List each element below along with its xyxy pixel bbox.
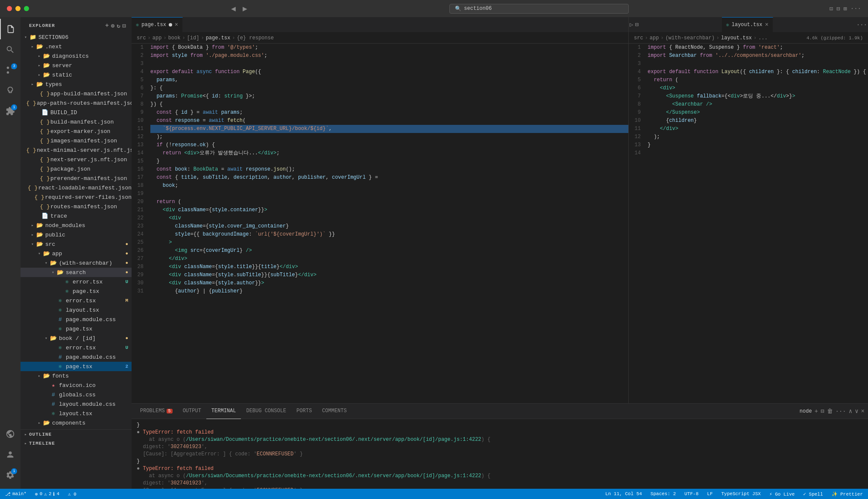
tab-terminal[interactable]: TERMINAL bbox=[206, 404, 241, 419]
account-activity-icon[interactable] bbox=[0, 444, 21, 465]
play-button[interactable]: ▷ bbox=[629, 20, 634, 29]
tree-item-components[interactable]: ▸ 📂 components bbox=[21, 418, 132, 428]
status-spaces[interactable]: Spaces: 2 bbox=[649, 489, 677, 499]
tree-item-with-searchbar[interactable]: ▾ 📂 (with-searchbar) ● bbox=[21, 258, 132, 268]
more-terminal-icon[interactable]: ··· bbox=[836, 408, 846, 415]
tab-page-tsx[interactable]: ⚛ page.tsx × bbox=[132, 17, 183, 32]
tree-item-next-minimal[interactable]: ▸ { } next-minimal-server.js.nft.json bbox=[21, 145, 132, 155]
add-terminal-icon[interactable]: + bbox=[815, 408, 818, 415]
status-encoding[interactable]: UTF-8 bbox=[683, 489, 700, 499]
status-errors[interactable]: ⊗ 0 ⚠ 2 ℹ 4 bbox=[33, 489, 61, 499]
tree-item-bookid-css[interactable]: ▸ # page.module.css bbox=[21, 352, 132, 362]
tab-debug-console[interactable]: DEBUG CONSOLE bbox=[241, 404, 291, 419]
new-file-icon[interactable]: + bbox=[105, 22, 109, 30]
layout-icon[interactable]: ⊡ bbox=[829, 5, 833, 12]
tree-item-react-loadable[interactable]: ▸ { } react-loadable-manifest.json bbox=[21, 183, 132, 192]
nav-forward-button[interactable]: ▶ bbox=[241, 4, 249, 13]
tree-item-with-searchbar-css[interactable]: ▸ # page.module.css bbox=[21, 315, 132, 324]
tree-item-types[interactable]: ▸ 📂 types bbox=[21, 80, 132, 89]
tab-layout-tsx[interactable]: ⚛ layout.tsx × bbox=[722, 17, 774, 32]
git-activity-icon[interactable]: 3 bbox=[0, 60, 21, 80]
status-position[interactable]: Ln 11, Col 54 bbox=[604, 489, 644, 499]
tree-item-next-server[interactable]: ▸ { } next-server.js.nft.json bbox=[21, 155, 132, 164]
panel-icon[interactable]: ⊞ bbox=[843, 5, 847, 12]
tree-item-buildid[interactable]: ▸ 📄 BUILD_ID bbox=[21, 108, 132, 117]
tree-item-with-searchbar-page[interactable]: ▸ ⚛ page.tsx bbox=[21, 324, 132, 334]
tree-item-src[interactable]: ▾ 📂 src ● bbox=[21, 239, 132, 249]
status-golive[interactable]: ⚡ Go Live bbox=[768, 489, 796, 499]
tab-close-icon[interactable]: × bbox=[175, 21, 178, 28]
maximize-button[interactable] bbox=[24, 6, 29, 11]
tree-item-with-searchbar-layout[interactable]: ▸ ⚛ layout.tsx bbox=[21, 305, 132, 315]
tree-item-globals[interactable]: ▸ # globals.css bbox=[21, 390, 132, 399]
code-content-right[interactable]: 12345 678910 11121314 import { ReactNode… bbox=[629, 44, 868, 403]
search-activity-icon[interactable] bbox=[0, 39, 21, 60]
tree-item-favicon[interactable]: ▸ ★ favicon.ico bbox=[21, 381, 132, 390]
minimize-button[interactable] bbox=[15, 6, 21, 11]
tree-item-public[interactable]: ▸ 📂 public bbox=[21, 230, 132, 239]
tree-root-section06[interactable]: ▾ 📁 SECTION06 bbox=[21, 32, 132, 42]
timeline-section[interactable]: ▸ TIMELINE bbox=[21, 439, 132, 448]
status-prettier[interactable]: ✨ Prettier bbox=[830, 489, 865, 499]
close-button[interactable] bbox=[7, 6, 12, 11]
tree-item-app[interactable]: ▾ 📂 app ● bbox=[21, 249, 132, 258]
settings-activity-icon[interactable]: 1 bbox=[0, 465, 21, 485]
tree-item-app-paths[interactable]: ▸ { } app-paths-routes-manifest.json bbox=[21, 98, 132, 108]
tree-item-search[interactable]: ▾ 📂 search ● bbox=[21, 268, 132, 277]
tree-item-images-manifest[interactable]: ▸ { } images-manifest.json bbox=[21, 136, 132, 145]
tree-item-package[interactable]: ▸ { } package.json bbox=[21, 164, 132, 174]
collapse-icon[interactable]: ⊟ bbox=[123, 22, 126, 30]
tab-close-icon[interactable]: × bbox=[765, 21, 768, 28]
tree-item-app-layout[interactable]: ▸ ⚛ layout.tsx bbox=[21, 409, 132, 418]
status-language[interactable]: TypeScript JSX bbox=[719, 489, 762, 499]
tab-output[interactable]: OUTPUT bbox=[178, 404, 206, 419]
tree-item-search-page[interactable]: ▸ ⚛ page.tsx bbox=[21, 286, 132, 296]
tree-item-trace[interactable]: ▸ 📄 trace bbox=[21, 211, 132, 221]
trash-icon[interactable]: 🗑 bbox=[827, 408, 833, 415]
tree-item-buildmanifest[interactable]: ▸ { } build-manifest.json bbox=[21, 117, 132, 127]
tab-comments[interactable]: COMMENTS bbox=[317, 404, 352, 419]
new-folder-icon[interactable]: ⊕ bbox=[111, 22, 115, 30]
refresh-icon[interactable]: ↻ bbox=[117, 22, 120, 30]
tree-item-bookid-page[interactable]: ▸ ⚛ page.tsx 2 bbox=[21, 362, 132, 371]
tree-item-prerender[interactable]: ▸ { } prerender-manifest.json bbox=[21, 174, 132, 183]
split-icon[interactable]: ⊟ bbox=[836, 5, 840, 12]
tree-item-with-searchbar-error[interactable]: ▸ ⚛ error.tsx M bbox=[21, 296, 132, 305]
explorer-activity-icon[interactable] bbox=[0, 19, 21, 39]
tree-item-routes[interactable]: ▸ { } routes-manifest.json bbox=[21, 202, 132, 211]
tree-item-required-server[interactable]: ▸ { } required-server-files.json bbox=[21, 192, 132, 202]
tree-item-layout-css[interactable]: ▸ # layout.module.css bbox=[21, 399, 132, 409]
status-line-ending[interactable]: LF bbox=[705, 489, 714, 499]
extensions-activity-icon[interactable]: 1 bbox=[0, 101, 21, 121]
tree-item-export-marker[interactable]: ▸ { } export-marker.json bbox=[21, 127, 132, 136]
dots-icon[interactable]: ··· bbox=[850, 5, 861, 12]
chevron-up-icon[interactable]: ∧ bbox=[849, 407, 852, 415]
status-spell[interactable]: ✓ Spell bbox=[801, 489, 824, 499]
tree-item-search-error[interactable]: ▸ ⚛ error.tsx U bbox=[21, 277, 132, 286]
tab-problems[interactable]: PROBLEMS 5 bbox=[135, 404, 178, 419]
tree-item-fonts[interactable]: ▸ 📂 fonts bbox=[21, 371, 132, 381]
remote-activity-icon[interactable] bbox=[0, 424, 21, 444]
window-controls[interactable] bbox=[7, 6, 29, 11]
chevron-down-terminal-icon[interactable]: ∨ bbox=[855, 407, 858, 415]
tree-item-server[interactable]: ▸ 📂 server bbox=[21, 61, 132, 70]
terminal-content[interactable]: } ● TypeError: fetch failed at async o (… bbox=[132, 419, 868, 489]
nav-controls[interactable]: ◀ ▶ bbox=[229, 4, 249, 13]
outline-section[interactable]: ▸ OUTLINE bbox=[21, 429, 132, 439]
tree-item-static[interactable]: ▸ 📂 static bbox=[21, 70, 132, 80]
tree-item-bookid-error[interactable]: ▸ ⚛ error.tsx U bbox=[21, 343, 132, 352]
command-palette[interactable]: 🔍 section06 bbox=[449, 4, 629, 14]
tree-item-book-id[interactable]: ▾ 📂 book / [id] ● bbox=[21, 334, 132, 343]
tree-item-diagnostics[interactable]: ▸ 📂 diagnositcs bbox=[21, 51, 132, 61]
status-branch[interactable]: ⎇ main* bbox=[3, 489, 28, 499]
code-content-left[interactable]: 12345 678910 1112131415 1617181920 21222… bbox=[132, 44, 628, 403]
close-panel-icon[interactable]: × bbox=[861, 408, 865, 415]
more-actions-button[interactable]: ··· bbox=[856, 21, 868, 29]
debug-activity-icon[interactable] bbox=[0, 80, 21, 101]
split-editor-button[interactable]: ⊟ bbox=[634, 20, 639, 29]
tree-item-node-modules[interactable]: ▸ 📂 node_modules bbox=[21, 221, 132, 230]
status-warnings-detail[interactable]: ⚠ 0 bbox=[66, 489, 78, 499]
tree-item-app-build[interactable]: ▸ { } app-build-manifest.json bbox=[21, 89, 132, 98]
split-terminal-icon[interactable]: ⊟ bbox=[821, 407, 824, 415]
tab-ports[interactable]: PORTS bbox=[291, 404, 317, 419]
